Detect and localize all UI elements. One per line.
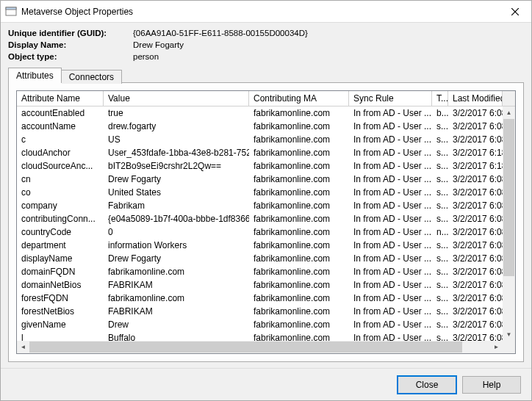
cell-ma: fabrikamonline.com [249, 278, 349, 292]
scroll-up-icon[interactable]: ▲ [503, 106, 515, 119]
hscroll-thumb[interactable] [29, 342, 462, 353]
horizontal-scrollbar[interactable]: ◄ ► [17, 341, 503, 353]
cell-val: Drew Fogarty [104, 173, 249, 186]
cell-ma: fabrikamonline.com [249, 199, 349, 212]
cell-rule: In from AD - User ... [349, 278, 432, 292]
table-row[interactable]: departmentinformation Workersfabrikamonl… [17, 239, 503, 252]
cell-ma: fabrikamonline.com [249, 106, 349, 120]
cell-ma: fabrikamonline.com [249, 252, 349, 265]
cell-val: FABRIKAM [104, 278, 249, 292]
table-row[interactable]: displayNameDrew Fogartyfabrikamonline.co… [17, 252, 503, 265]
cell-rule: In from AD - User ... [349, 199, 432, 212]
cell-t: s... [432, 186, 448, 199]
guid-label: Unique identifier (GUID): [8, 27, 133, 39]
cell-rule: In from AD - User ... [349, 133, 432, 146]
cell-ma: fabrikamonline.com [249, 265, 349, 278]
cell-ma: fabrikamonline.com [249, 159, 349, 173]
scroll-down-icon[interactable]: ▼ [503, 328, 515, 341]
cell-ma: fabrikamonline.com [249, 186, 349, 199]
cell-attr: forestNetBios [17, 305, 104, 318]
cell-attr: displayName [17, 252, 104, 265]
cell-val: 0 [104, 225, 249, 239]
table-row[interactable]: cloudAnchorUser_453fdafe-1bba-43e8-b281-… [17, 146, 503, 159]
col-header-contributing-ma[interactable]: Contributing MA [249, 91, 349, 106]
table-row[interactable]: accountNamedrew.fogartyfabrikamonline.co… [17, 120, 503, 133]
close-icon[interactable] [498, 1, 531, 22]
tab-connectors[interactable]: Connectors [62, 70, 122, 84]
table-row[interactable]: domainNetBiosFABRIKAMfabrikamonline.comI… [17, 278, 503, 292]
dialog-window: Metaverse Object Properties Unique ident… [0, 0, 532, 401]
cell-val: Fabrikam [104, 199, 249, 212]
help-button[interactable]: Help [462, 376, 521, 394]
cell-mod: 3/2/2017 6:08:02 AM [448, 265, 503, 278]
cell-val: fabrikamonline.com [104, 265, 249, 278]
cell-mod: 3/2/2017 6:18:22 AM [448, 146, 503, 159]
cell-ma: fabrikamonline.com [249, 146, 349, 159]
cell-mod: 3/2/2017 6:08:02 AM [448, 252, 503, 265]
table-row[interactable]: coUnited Statesfabrikamonline.comIn from… [17, 186, 503, 199]
cell-rule: In from AD - User ... [349, 265, 432, 278]
table-row[interactable]: cloudSourceAnc...bIT2Bo9seEi9crshr2L2Qw=… [17, 159, 503, 173]
cell-mod: 3/2/2017 6:08:02 AM [448, 106, 503, 120]
cell-mod: 3/2/2017 6:08:02 AM [448, 120, 503, 133]
col-header-scroll-gap [503, 91, 515, 106]
table-row[interactable]: forestFQDNfabrikamonline.comfabrikamonli… [17, 292, 503, 305]
vscroll-track[interactable] [503, 119, 515, 328]
cell-val: United States [104, 186, 249, 199]
hscroll-track[interactable] [29, 341, 490, 353]
col-header-sync-rule[interactable]: Sync Rule [349, 91, 432, 106]
scroll-corner [503, 341, 515, 353]
title-bar[interactable]: Metaverse Object Properties [1, 1, 531, 23]
col-header-value[interactable]: Value [104, 91, 249, 106]
cell-mod: 3/2/2017 6:08:02 AM [448, 173, 503, 186]
table-row[interactable]: cnDrew Fogartyfabrikamonline.comIn from … [17, 173, 503, 186]
cell-attr: company [17, 199, 104, 212]
col-header-attribute-name[interactable]: Attribute Name [17, 91, 104, 106]
cell-mod: 3/2/2017 6:08:02 AM [448, 278, 503, 292]
object-info: Unique identifier (GUID): {06AA91A0-51FF… [1, 23, 531, 65]
tab-attributes[interactable]: Attributes [8, 68, 62, 83]
cell-rule: In from AD - User ... [349, 252, 432, 265]
list-body: accountEnabledtruefabrikamonline.comIn f… [17, 106, 515, 353]
cell-rule: In from AD - User ... [349, 239, 432, 252]
objecttype-value: person [133, 51, 524, 62]
cell-val: {e04a5089-1b7f-400a-bbbe-1df836658... [104, 212, 249, 225]
table-row[interactable]: accountEnabledtruefabrikamonline.comIn f… [17, 106, 503, 120]
table-row[interactable]: contributingConn...{e04a5089-1b7f-400a-b… [17, 212, 503, 225]
table-row[interactable]: givenNameDrewfabrikamonline.comIn from A… [17, 318, 503, 331]
cell-val: true [104, 106, 249, 120]
scroll-left-icon[interactable]: ◄ [17, 341, 29, 353]
cell-attr: cn [17, 173, 104, 186]
cell-ma: fabrikamonline.com [249, 239, 349, 252]
table-row[interactable]: domainFQDNfabrikamonline.comfabrikamonli… [17, 265, 503, 278]
cell-val: information Workers [104, 239, 249, 252]
table-row[interactable]: forestNetBiosFABRIKAMfabrikamonline.comI… [17, 305, 503, 318]
cell-mod: 3/2/2017 6:08:02 AM [448, 292, 503, 305]
cell-attr: cloudSourceAnc... [17, 159, 104, 173]
cell-mod: 3/2/2017 6:08:02 AM [448, 133, 503, 146]
close-button[interactable]: Close [398, 376, 456, 394]
cell-t: s... [432, 318, 448, 331]
vscroll-thumb[interactable] [503, 119, 514, 276]
table-row[interactable]: lBuffalofabrikamonline.comIn from AD - U… [17, 331, 503, 341]
vertical-scrollbar[interactable]: ▲ ▼ [503, 106, 515, 341]
cell-mod: 3/2/2017 6:08:02 AM [448, 212, 503, 225]
table-row[interactable]: cUSfabrikamonline.comIn from AD - User .… [17, 133, 503, 146]
col-header-last-modified[interactable]: Last Modified [448, 91, 503, 106]
table-row[interactable]: companyFabrikamfabrikamonline.comIn from… [17, 199, 503, 212]
cell-t: s... [432, 252, 448, 265]
cell-val: US [104, 133, 249, 146]
cell-t: s... [432, 265, 448, 278]
table-row[interactable]: countryCode0fabrikamonline.comIn from AD… [17, 225, 503, 239]
col-header-type[interactable]: T... [432, 91, 448, 106]
cell-rule: In from AD - User ... [349, 331, 432, 341]
cell-attr: cloudAnchor [17, 146, 104, 159]
cell-mod: 3/2/2017 6:08:02 AM [448, 305, 503, 318]
cell-t: b... [432, 106, 448, 120]
displayname-value: Drew Fogarty [133, 39, 524, 51]
list-rows[interactable]: accountEnabledtruefabrikamonline.comIn f… [17, 106, 503, 341]
scroll-right-icon[interactable]: ► [490, 341, 503, 353]
cell-t: s... [432, 212, 448, 225]
cell-val: drew.fogarty [104, 120, 249, 133]
cell-t: s... [432, 331, 448, 341]
